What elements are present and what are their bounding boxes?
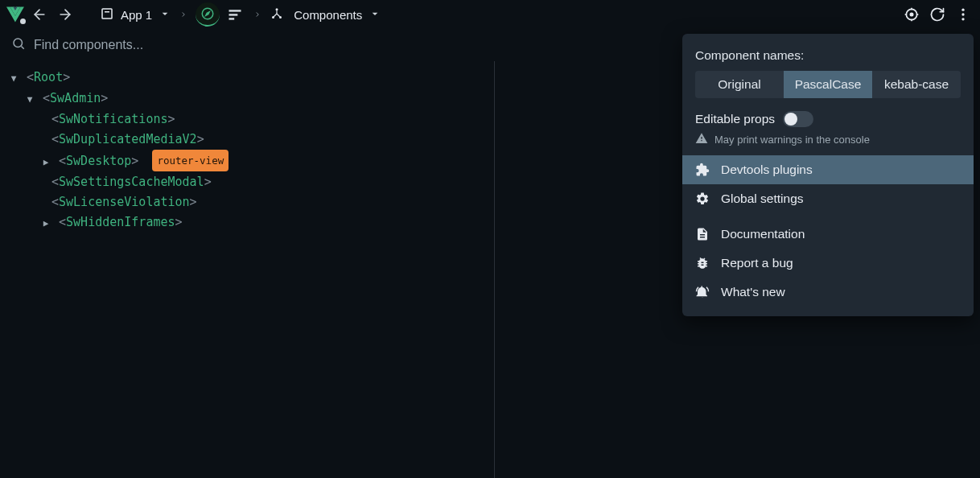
back-button[interactable]	[29, 4, 50, 25]
menu-item-documentation[interactable]: Documentation	[682, 220, 974, 249]
naming-option-original[interactable]: Original	[695, 71, 784, 98]
app-selector[interactable]: App 1	[100, 6, 171, 23]
svg-point-13	[910, 13, 912, 15]
vue-logo-icon	[6, 6, 24, 23]
component-names-segmented: Original PascalCase kebab-case	[695, 71, 961, 98]
svg-rect-6	[229, 10, 241, 12]
menu-item-devtools-plugins[interactable]: Devtools plugins	[682, 155, 974, 184]
tree-node-swduplicatedmediav2[interactable]: <SwDuplicatedMediaV2>	[8, 130, 486, 150]
component-names-heading: Component names:	[695, 48, 961, 63]
expand-toggle-icon[interactable]: ▶	[40, 213, 51, 233]
svg-point-19	[961, 13, 964, 15]
tree-node-root[interactable]: ▼ <Root>	[8, 68, 486, 89]
search-icon	[11, 36, 26, 54]
tree-node-swlicenseviolation[interactable]: <SwLicenseViolation>	[8, 192, 486, 212]
router-view-badge: router-view	[152, 150, 229, 171]
tree-node-swadmin[interactable]: ▼ <SwAdmin>	[8, 89, 486, 109]
naming-option-pascalcase[interactable]: PascalCase	[784, 71, 872, 98]
menu-item-whats-new[interactable]: What's new	[682, 278, 974, 307]
svg-rect-7	[229, 14, 238, 16]
toolbar: App 1 Components	[0, 0, 980, 29]
refresh-button[interactable]	[927, 4, 948, 25]
settings-popover: Component names: Original PascalCase keb…	[682, 34, 974, 316]
inspector-compass-button[interactable]	[196, 2, 220, 27]
search-input[interactable]	[34, 38, 275, 52]
app-icon	[100, 6, 114, 23]
timeline-button[interactable]	[224, 4, 245, 25]
tree-node-swdesktop[interactable]: ▶ <SwDesktop> router-view	[8, 150, 486, 172]
menu-item-global-settings[interactable]: Global settings	[682, 184, 974, 213]
focus-button[interactable]	[901, 4, 922, 25]
warning-icon	[695, 132, 708, 147]
tree-node-swhiddeniframes[interactable]: ▶ <SwHiddenIframes>	[8, 212, 486, 233]
svg-point-18	[961, 9, 964, 11]
svg-point-9	[276, 8, 278, 10]
svg-rect-2	[102, 9, 112, 19]
components-dropdown[interactable]: Components	[270, 6, 381, 23]
svg-point-21	[14, 39, 23, 47]
caret-down-icon	[369, 7, 381, 23]
svg-rect-8	[229, 18, 235, 19]
expand-toggle-icon[interactable]: ▶	[40, 152, 51, 172]
expand-toggle-icon[interactable]: ▼	[24, 89, 35, 109]
menu-item-report-a-bug[interactable]: Report a bug	[682, 249, 974, 278]
naming-option-kebabcase[interactable]: kebab-case	[872, 71, 961, 98]
forward-button[interactable]	[55, 4, 76, 25]
editable-props-warning: May print warnings in the console	[695, 132, 961, 147]
svg-point-20	[961, 18, 964, 20]
components-label: Components	[294, 8, 362, 22]
svg-line-22	[21, 46, 23, 48]
app-selector-label: App 1	[121, 8, 152, 22]
component-tree: ▼ <Root> ▼ <SwAdmin> <SwNotifications> <…	[0, 61, 495, 478]
tree-node-swnotifications[interactable]: <SwNotifications>	[8, 109, 486, 130]
more-menu-button[interactable]	[953, 4, 974, 25]
editable-props-label: Editable props	[695, 112, 775, 126]
components-tree-icon	[270, 6, 284, 23]
tree-node-swsettingscachemodal[interactable]: <SwSettingsCacheModal>	[8, 172, 486, 192]
editable-props-toggle[interactable]	[783, 111, 813, 127]
breadcrumb-separator-icon	[176, 8, 191, 21]
expand-toggle-icon[interactable]: ▼	[8, 68, 19, 89]
svg-marker-5	[206, 12, 210, 16]
breadcrumb-separator-icon	[250, 8, 265, 21]
caret-down-icon	[159, 7, 171, 23]
